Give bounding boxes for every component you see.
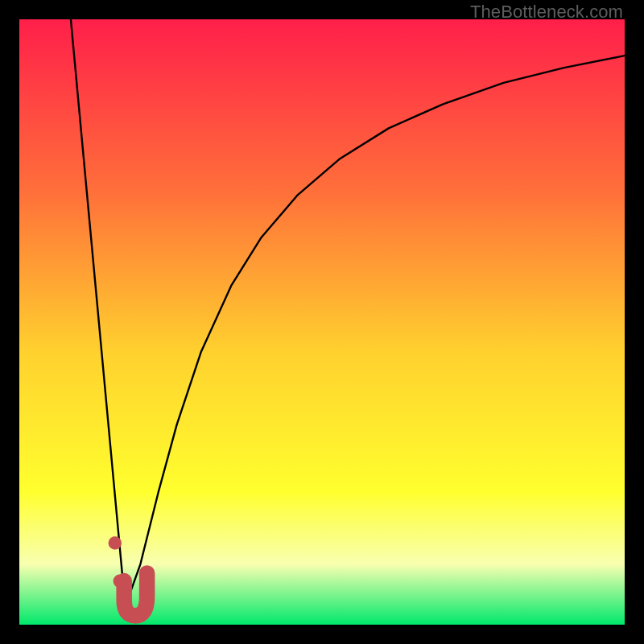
marker-dot-0 xyxy=(109,536,122,550)
chart-background xyxy=(19,19,625,625)
chart-frame xyxy=(19,19,625,625)
watermark-text: TheBottleneck.com xyxy=(470,2,623,23)
chart-svg xyxy=(19,19,625,625)
